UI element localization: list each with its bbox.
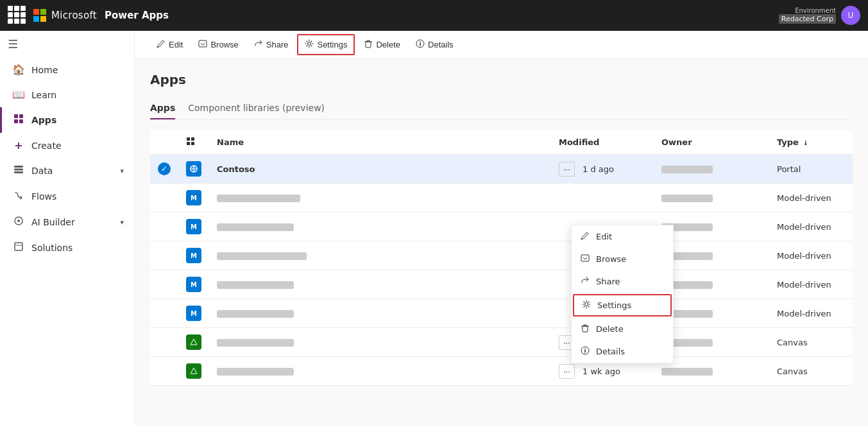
row-icon-5: M [178, 270, 209, 299]
svg-rect-28 [583, 326, 588, 332]
svg-rect-26 [581, 255, 589, 261]
context-browse-label: Browse [596, 254, 626, 264]
waffle-menu[interactable] [8, 6, 27, 25]
row-type-3: Model-driven [769, 212, 853, 241]
col-header-type[interactable]: Type ↓ [769, 130, 853, 155]
environment-label: Environment [779, 7, 836, 14]
context-delete-icon [581, 324, 590, 334]
row-name-1[interactable]: Contoso [209, 155, 551, 184]
learn-icon: 📖 [12, 89, 25, 101]
sidebar-item-ai-builder[interactable]: AI Builder ▾ [0, 209, 134, 235]
row-checkbox-1[interactable]: ✓ [150, 155, 178, 184]
top-nav: Microsoft Power Apps Environment Redacte… [0, 0, 868, 31]
context-menu-delete[interactable]: Delete [572, 318, 673, 340]
context-menu-settings[interactable]: Settings [573, 294, 672, 317]
name-blurred-4: ████████████ [217, 252, 307, 260]
table-row: M ████████████ ████████ Model-driven [150, 212, 853, 241]
share-button[interactable]: Share [248, 35, 295, 54]
sidebar-item-solutions-label: Solutions [31, 243, 72, 253]
svg-rect-11 [199, 40, 207, 47]
flows-icon [12, 190, 25, 203]
table-row: M ████████████ ████████ Model-driven [150, 241, 853, 270]
owner-blurred-1: ████████ [661, 166, 713, 173]
environment-name: Redacted Corp [779, 14, 836, 24]
col-header-icon [178, 130, 209, 155]
sidebar-item-create-label: Create [31, 141, 62, 151]
row-checkbox-7[interactable] [150, 328, 178, 357]
environment-info[interactable]: Environment Redacted Corp [779, 7, 836, 24]
more-options-button-8[interactable]: ··· [559, 364, 575, 379]
sidebar-item-home-label: Home [31, 65, 58, 75]
row-icon-3: M [178, 212, 209, 241]
sidebar-item-flows-label: Flows [31, 191, 56, 202]
more-options-button-1[interactable]: ··· [559, 162, 575, 177]
name-blurred-5: ████████████ [217, 281, 294, 289]
table-row: ████████████ ··· 6 d ago ████████ Canvas [150, 328, 853, 357]
app-type-icon [186, 334, 201, 350]
microsoft-text: Microsoft [51, 10, 97, 21]
context-details-icon [581, 346, 590, 357]
apps-icon [12, 114, 25, 126]
context-menu-share[interactable]: Share [572, 270, 673, 293]
details-icon [416, 39, 425, 50]
settings-icon [305, 39, 314, 50]
tab-apps[interactable]: Apps [150, 98, 175, 119]
sidebar-collapse-button[interactable]: ☰ [0, 31, 134, 57]
svg-rect-13 [366, 42, 371, 48]
row-name-3[interactable]: ████████████ [209, 212, 551, 241]
delete-button[interactable]: Delete [357, 35, 407, 54]
col-header-owner[interactable]: Owner [654, 130, 769, 155]
settings-button[interactable]: Settings [297, 34, 355, 55]
row-name-4[interactable]: ████████████ [209, 241, 551, 270]
col-header-modified[interactable]: Modified [551, 130, 654, 155]
sidebar-item-learn[interactable]: 📖 Learn [0, 82, 134, 107]
edit-button[interactable]: Edit [150, 35, 189, 54]
row-checkbox-4[interactable] [150, 241, 178, 270]
row-icon-2: M [178, 184, 209, 212]
table-row: M ████████████ ████████ Model-driven [150, 299, 853, 328]
row-name-8[interactable]: ████████████ [209, 357, 551, 386]
home-icon: 🏠 [12, 64, 25, 76]
row-checkbox-5[interactable] [150, 270, 178, 299]
details-button[interactable]: Details [409, 35, 460, 54]
svg-rect-19 [191, 137, 194, 141]
svg-rect-6 [14, 171, 23, 173]
sidebar-item-solutions[interactable]: Solutions [0, 235, 134, 261]
user-avatar[interactable]: U [841, 6, 860, 25]
row-name-5[interactable]: ████████████ [209, 270, 551, 299]
context-menu-browse[interactable]: Browse [572, 248, 673, 270]
tab-component-libraries[interactable]: Component libraries (preview) [188, 98, 325, 119]
share-icon [254, 39, 263, 50]
browse-label: Browse [210, 40, 238, 49]
app-type-icon: M [186, 190, 201, 205]
context-menu-edit[interactable]: Edit [572, 225, 673, 248]
row-name-7[interactable]: ████████████ [209, 328, 551, 357]
row-icon-8 [178, 357, 209, 386]
row-icon-6: M [178, 299, 209, 328]
col-header-name[interactable]: Name [209, 130, 551, 155]
context-delete-label: Delete [596, 324, 624, 334]
context-settings-label: Settings [597, 300, 631, 310]
row-name-2[interactable]: ████████████ [209, 184, 551, 212]
row-checkbox-8[interactable] [150, 357, 178, 386]
context-browse-icon [581, 254, 590, 265]
row-owner-1: ████████ [654, 155, 769, 184]
svg-rect-5 [14, 169, 23, 171]
row-checkbox-2[interactable] [150, 184, 178, 212]
browse-button[interactable]: Browse [192, 35, 244, 54]
sidebar-item-flows[interactable]: Flows [0, 184, 134, 209]
app-title: Power Apps [105, 10, 169, 21]
row-modified-1: ··· 1 d ago [551, 155, 654, 184]
sidebar-item-data[interactable]: Data ▾ [0, 158, 134, 184]
row-name-6[interactable]: ████████████ [209, 299, 551, 328]
svg-rect-18 [187, 137, 190, 141]
row-type-6: Model-driven [769, 299, 853, 328]
row-checkbox-3[interactable] [150, 212, 178, 241]
sidebar-item-home[interactable]: 🏠 Home [0, 57, 134, 82]
name-blurred-7: ████████████ [217, 339, 294, 347]
row-checkbox-6[interactable] [150, 299, 178, 328]
context-menu-details[interactable]: Details [572, 340, 673, 363]
svg-rect-21 [191, 142, 194, 145]
sidebar-item-apps[interactable]: Apps [0, 107, 134, 133]
sidebar-item-create[interactable]: + Create [0, 133, 134, 158]
